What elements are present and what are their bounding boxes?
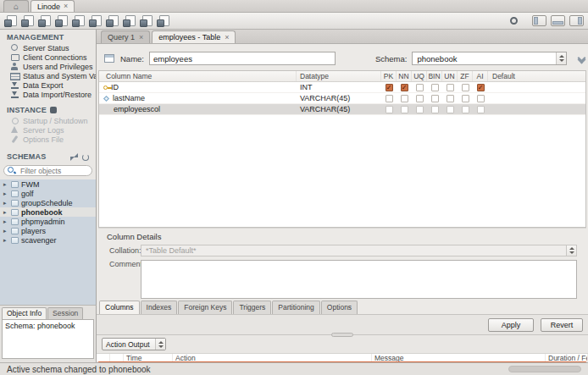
create-function-icon[interactable] xyxy=(106,14,119,27)
subtab-columns[interactable]: Columns xyxy=(99,301,140,314)
schema-item-golf[interactable]: ▸golf xyxy=(0,189,96,198)
sidebar-item-data-import[interactable]: Data Import/Restore xyxy=(0,90,96,99)
flag-bin-checkbox[interactable] xyxy=(431,106,439,113)
output-header-duration[interactable]: Duration / Fetch xyxy=(546,354,588,361)
default-cell[interactable] xyxy=(488,82,585,92)
subtab-indexes[interactable]: Indexes xyxy=(141,301,178,314)
flag-ai-checkbox[interactable] xyxy=(477,84,485,91)
flag-zf-checkbox[interactable] xyxy=(462,95,469,102)
header-ai[interactable]: AI xyxy=(473,71,488,81)
collation-select[interactable]: *Table Default* xyxy=(141,245,577,256)
header-uq[interactable]: UQ xyxy=(412,71,427,81)
column-row-id[interactable]: ID INT xyxy=(99,82,585,93)
flag-uq-checkbox[interactable] xyxy=(416,95,424,102)
sidebar-item-server-logs[interactable]: Server Logs xyxy=(0,125,96,135)
expand-arrow-icon[interactable]: ▸ xyxy=(3,226,8,235)
refresh-schemas-icon[interactable] xyxy=(81,153,89,161)
header-default[interactable]: Default xyxy=(488,71,585,81)
flag-ai-checkbox[interactable] xyxy=(477,95,485,102)
default-cell[interactable] xyxy=(488,93,585,103)
subtab-foreign-keys[interactable]: Foreign Keys xyxy=(178,301,232,314)
output-header-action[interactable]: Action xyxy=(173,354,372,361)
create-table-icon[interactable] xyxy=(55,14,68,27)
flag-uq-checkbox[interactable] xyxy=(416,84,424,91)
subtab-triggers[interactable]: Triggers xyxy=(233,301,271,314)
expand-editor-chevron-button[interactable] xyxy=(575,55,588,63)
tab-query-1[interactable]: Query 1 × xyxy=(101,30,150,43)
search-table-data-icon[interactable] xyxy=(140,14,153,27)
open-sql-script-icon[interactable] xyxy=(21,14,34,27)
panel-resize-grip[interactable] xyxy=(331,333,353,337)
flag-uq-checkbox[interactable] xyxy=(416,106,424,113)
stepper-icon[interactable] xyxy=(556,52,566,64)
home-tab[interactable]: ⌂ xyxy=(3,0,29,12)
subtab-partitioning[interactable]: Partitioning xyxy=(272,301,320,314)
close-icon[interactable]: × xyxy=(64,3,68,10)
create-schema-icon[interactable] xyxy=(38,14,51,27)
flag-pk-checkbox[interactable] xyxy=(386,95,393,102)
schema-item-groupschedule[interactable]: ▸groupSchedule xyxy=(0,198,96,207)
schema-item-phpmyadmin[interactable]: ▸phpmyadmin xyxy=(0,217,96,226)
expand-arrow-icon[interactable]: ▸ xyxy=(3,235,8,245)
output-type-select[interactable]: Action Output xyxy=(102,338,166,350)
default-cell[interactable] xyxy=(488,104,585,114)
sidebar-item-server-status[interactable]: Server Status xyxy=(0,43,96,52)
expand-arrow-icon[interactable]: ▸ xyxy=(3,207,8,217)
header-datatype[interactable]: Datatype xyxy=(297,71,381,81)
flag-nn-checkbox[interactable] xyxy=(401,84,408,91)
sidebar-item-data-export[interactable]: Data Export xyxy=(0,80,96,90)
schema-select[interactable]: phonebook xyxy=(412,52,567,65)
toggle-output-area-button[interactable] xyxy=(551,15,565,26)
flag-un-checkbox[interactable] xyxy=(447,95,454,102)
create-stored-procedure-icon[interactable] xyxy=(89,14,102,27)
header-column-name[interactable]: Column Name xyxy=(99,71,297,81)
flag-nn-checkbox[interactable] xyxy=(401,95,408,102)
header-pk[interactable]: PK xyxy=(381,71,397,81)
sidebar-item-status-system-variables[interactable]: Status and System Variables xyxy=(0,71,96,80)
expand-arrow-icon[interactable]: ▸ xyxy=(3,179,8,189)
expand-arrow-icon[interactable]: ▸ xyxy=(3,198,8,207)
table-name-input[interactable] xyxy=(149,52,336,65)
tab-object-info[interactable]: Object Info xyxy=(2,307,47,319)
flag-un-checkbox[interactable] xyxy=(447,84,454,91)
sidebar-item-users-privileges[interactable]: Users and Privileges xyxy=(0,62,96,71)
datatype-cell[interactable]: INT xyxy=(297,82,381,92)
revert-button[interactable]: Revert xyxy=(541,318,583,332)
schema-item-scavenger[interactable]: ▸scavenger xyxy=(0,235,96,245)
column-row-employeescol[interactable]: employeescol VARCHAR(45) xyxy=(99,104,585,115)
collapse-all-icon[interactable] xyxy=(70,153,78,161)
schema-item-fwm[interactable]: ▸FWM xyxy=(0,179,96,189)
datatype-cell[interactable]: VARCHAR(45) xyxy=(297,93,381,103)
apply-button[interactable]: Apply xyxy=(488,318,534,332)
flag-un-checkbox[interactable] xyxy=(447,106,454,113)
toggle-right-sidebar-button[interactable] xyxy=(569,15,584,26)
close-icon[interactable]: × xyxy=(225,34,229,41)
flag-nn-checkbox[interactable] xyxy=(401,106,408,113)
instance-actions-icon[interactable] xyxy=(50,107,57,113)
comment-textarea[interactable] xyxy=(141,260,577,299)
header-nn[interactable]: NN xyxy=(397,71,412,81)
create-view-icon[interactable] xyxy=(72,14,85,27)
flag-pk-checkbox[interactable] xyxy=(386,106,393,113)
filter-objects-input[interactable] xyxy=(19,166,85,176)
header-zf[interactable]: ZF xyxy=(458,71,473,81)
sidebar-item-options-file[interactable]: Options File xyxy=(0,135,96,144)
tab-employees-table[interactable]: employees - Table × xyxy=(152,30,236,43)
connection-tab[interactable]: Linode × xyxy=(31,0,75,12)
output-header-message[interactable]: Message xyxy=(372,354,546,361)
expand-arrow-icon[interactable]: ▸ xyxy=(3,189,8,198)
subtab-options[interactable]: Options xyxy=(321,301,358,314)
new-query-tab-icon[interactable] xyxy=(4,14,17,27)
output-header-time[interactable]: Time xyxy=(124,354,173,361)
toggle-left-sidebar-button[interactable] xyxy=(532,15,546,26)
flag-zf-checkbox[interactable] xyxy=(462,106,469,113)
create-trigger-icon[interactable] xyxy=(123,14,136,27)
sidebar-item-startup-shutdown[interactable]: Startup / Shutdown xyxy=(0,116,96,125)
column-row-lastname[interactable]: lastName VARCHAR(45) xyxy=(99,93,585,104)
schema-item-phonebook[interactable]: ▸phonebook xyxy=(0,207,96,217)
datatype-cell[interactable]: VARCHAR(45) xyxy=(297,104,381,114)
flag-zf-checkbox[interactable] xyxy=(462,84,469,91)
sidebar-item-client-connections[interactable]: Client Connections xyxy=(0,52,96,62)
record-indicator-icon[interactable] xyxy=(510,17,518,25)
close-icon[interactable]: × xyxy=(139,34,143,41)
